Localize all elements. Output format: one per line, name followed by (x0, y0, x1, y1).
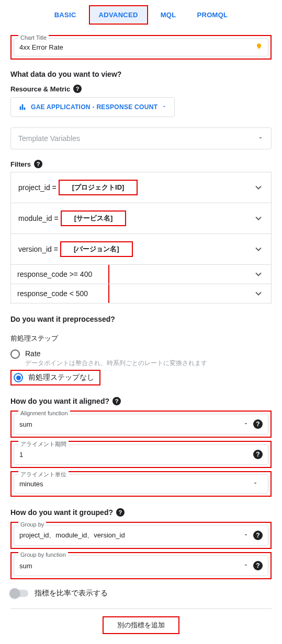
template-variables-label: Template Variables (18, 134, 80, 143)
filter-value-highlight: [サービス名] (61, 210, 127, 226)
radio-button[interactable] (10, 349, 20, 359)
ratio-toggle-label: 指標を比率で表示する (35, 589, 108, 598)
help-icon[interactable]: ? (253, 561, 263, 570)
filter-key: project_id = (18, 183, 57, 192)
filter-row-response-code-gte[interactable]: response_code >= 400 (10, 264, 272, 284)
lightbulb-icon (255, 43, 263, 52)
radio-rate-title: Rate (25, 349, 272, 358)
filter-row-response-code-lt[interactable]: response_code < 500 (10, 284, 272, 303)
alignment-period-input[interactable] (19, 451, 253, 459)
filter-row-version-id[interactable]: version_id = [バージョン名] (10, 233, 272, 265)
highlight-group-by-function: Group by function ? (10, 552, 272, 579)
highlight-box-chart-title: Chart Title (10, 35, 272, 60)
filter-key: version_id = (18, 245, 58, 253)
resource-metric-value: GAE APPLICATION - RESPONSE COUNT (31, 103, 157, 111)
radio-rate[interactable]: Rate データポイントは整合され、時系列ごとのレートに変換されます (10, 347, 272, 370)
radio-inner-dot (16, 376, 21, 380)
bar-chart-icon (18, 103, 27, 111)
svg-rect-2 (24, 108, 26, 110)
filter-row-project-id[interactable]: project_id = [プロジェクトID] (10, 172, 272, 203)
highlight-alignment-unit: アライメント単位 (10, 471, 272, 497)
caret-down-icon (257, 134, 264, 143)
chevron-down-icon (253, 182, 264, 193)
help-icon[interactable]: ? (116, 508, 125, 517)
resource-metric-selector[interactable]: GAE APPLICATION - RESPONSE COUNT (10, 97, 175, 117)
help-icon[interactable]: ? (112, 397, 121, 405)
highlight-alignment-function: Alignment function ? (10, 411, 272, 438)
group-by-function-field[interactable]: Group by function ? (14, 555, 268, 576)
highlight-group-by: Group by ? (10, 522, 272, 549)
radio-none-title: 前処理ステップなし (28, 373, 94, 382)
help-icon[interactable]: ? (73, 85, 82, 93)
highlight-box-advanced: ADVANCED (89, 5, 148, 25)
caret-down-icon[interactable] (243, 562, 249, 570)
highlight-alignment-period: アライメント期間 ? (10, 441, 272, 468)
group-by-field[interactable]: Group by ? (14, 525, 268, 546)
alignment-period-field[interactable]: アライメント期間 ? (14, 444, 268, 465)
highlight-add-metric: 別の指標を追加 (103, 616, 179, 634)
label-resource-metric: Resource & Metric ? (10, 85, 272, 93)
filter-row-module-id[interactable]: module_id = [サービス名] (10, 203, 272, 234)
tab-mql[interactable]: MQL (152, 5, 185, 25)
filter-key-highlight: response_code >= 400 (10, 265, 109, 284)
caret-down-icon[interactable] (243, 420, 249, 428)
radio-button[interactable] (14, 373, 23, 382)
help-icon[interactable]: ? (253, 450, 263, 459)
heading-aligned: How do you want it aligned? (10, 397, 109, 405)
chevron-down-icon (253, 288, 264, 299)
tab-advanced[interactable]: ADVANCED (91, 7, 146, 23)
chart-title-field[interactable]: Chart Title (14, 38, 268, 56)
caret-down-icon (162, 103, 167, 111)
caret-down-icon[interactable] (252, 480, 258, 488)
filter-value-highlight: [バージョン名] (60, 241, 133, 257)
heading-what-data: What data do you want to view? (10, 70, 272, 78)
toggle-thumb (9, 588, 20, 599)
tab-promql[interactable]: PROMQL (189, 5, 236, 25)
help-icon[interactable]: ? (253, 419, 263, 429)
chart-title-legend: Chart Title (18, 34, 49, 41)
alignment-unit-field[interactable]: アライメント単位 (14, 474, 268, 494)
radio-rate-desc: データポイントは整合され、時系列ごとのレートに変換されます (25, 359, 272, 368)
label-preprocess-step: 前処理ステップ (10, 334, 272, 343)
chevron-down-icon (253, 269, 264, 279)
bottom-bar: 別の指標を追加 (10, 608, 272, 634)
ratio-toggle[interactable] (10, 590, 28, 597)
group-by-input[interactable] (19, 532, 243, 540)
label-filters: Filters ? (10, 160, 272, 168)
tab-basic[interactable]: BASIC (46, 5, 85, 25)
help-icon[interactable]: ? (34, 160, 42, 168)
caret-down-icon[interactable] (243, 532, 249, 540)
alignment-function-input[interactable] (19, 420, 243, 428)
alignment-function-field[interactable]: Alignment function ? (14, 414, 268, 435)
alignment-unit-input[interactable] (19, 480, 252, 488)
ratio-toggle-row: 指標を比率で表示する (10, 589, 272, 598)
help-icon[interactable]: ? (253, 531, 263, 540)
group-by-function-input[interactable] (19, 562, 243, 570)
add-metric-button[interactable]: 別の指標を追加 (117, 621, 165, 629)
template-variables-dropdown[interactable]: Template Variables (10, 127, 272, 149)
chevron-down-icon (253, 244, 264, 254)
svg-rect-1 (22, 104, 24, 110)
config-tabs: BASIC ADVANCED MQL PROMQL (10, 5, 272, 25)
svg-rect-0 (20, 107, 21, 110)
heading-grouped-row: How do you want it grouped? ? (10, 508, 272, 517)
heading-aligned-row: How do you want it aligned? ? (10, 397, 272, 405)
filter-key-highlight: response_code < 500 (10, 284, 109, 303)
filter-value-highlight: [プロジェクトID] (59, 180, 138, 195)
highlight-box-radio-none: 前処理ステップなし (10, 370, 100, 385)
heading-grouped: How do you want it grouped? (10, 508, 113, 517)
chart-title-input[interactable] (19, 43, 252, 51)
filter-key: module_id = (18, 214, 59, 223)
heading-preprocessed: Do you want it preprocessed? (10, 315, 272, 323)
chevron-down-icon (253, 213, 264, 224)
